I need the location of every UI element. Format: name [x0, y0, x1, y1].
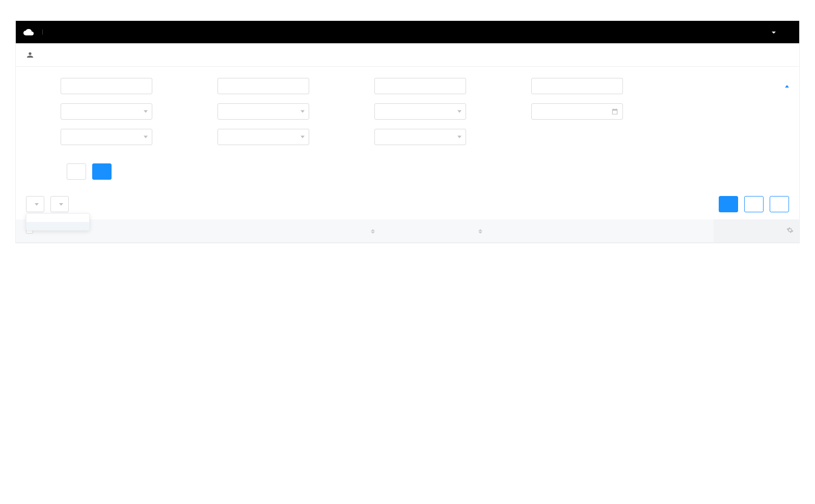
user-menu[interactable]: [770, 29, 776, 36]
col-last-spend[interactable]: [364, 219, 471, 243]
filter-form: [16, 67, 799, 185]
reset-button[interactable]: [67, 163, 86, 180]
caret-down-icon: [772, 32, 776, 34]
student-icon: [26, 51, 34, 59]
table-toolbar: [16, 185, 799, 219]
student-table: [16, 219, 799, 243]
col-acct-status: [646, 219, 714, 243]
collapse-toggle[interactable]: [783, 85, 789, 88]
agency-select[interactable]: [374, 103, 466, 120]
import-button[interactable]: [744, 196, 764, 212]
col-idno: [229, 219, 296, 243]
chevron-down-icon: [35, 203, 39, 206]
chevron-down-icon: [301, 136, 305, 138]
branch-select[interactable]: [218, 103, 309, 120]
brand-subtitle: [42, 30, 46, 35]
batch-disable-item[interactable]: [26, 214, 89, 222]
region-select[interactable]: [374, 129, 466, 145]
chevron-up-icon: [785, 85, 789, 88]
subnav: [16, 43, 799, 67]
name-input[interactable]: [218, 78, 309, 94]
chevron-down-icon: [144, 110, 148, 113]
chevron-down-icon: [59, 203, 63, 206]
calendar-icon: [611, 108, 618, 115]
source-select[interactable]: [61, 129, 152, 145]
chevron-down-icon: [144, 136, 148, 138]
add-student-button[interactable]: [719, 196, 738, 212]
chevron-down-icon: [457, 110, 461, 113]
col-created[interactable]: [471, 219, 579, 243]
col-user: [94, 219, 161, 243]
brand: [16, 21, 53, 43]
username-input[interactable]: [374, 78, 466, 94]
col-branch-agency: [296, 219, 363, 243]
sort-icon: [478, 229, 482, 234]
cloud-logo-icon: [23, 26, 34, 38]
batch-enable-item[interactable]: [26, 222, 89, 230]
sort-icon: [371, 229, 375, 234]
page-title: [20, 51, 112, 59]
batch-toggle-menu: [26, 213, 90, 231]
col-action: [714, 219, 781, 243]
acct-status-select[interactable]: [218, 129, 309, 145]
batch-ops-dropdown[interactable]: [50, 196, 69, 212]
col-source: [579, 219, 646, 243]
col-reg: [161, 219, 229, 243]
gear-icon[interactable]: [786, 227, 794, 234]
phone-input[interactable]: [61, 78, 152, 94]
created-date-range[interactable]: [531, 103, 623, 120]
topnav: [16, 21, 799, 43]
reg-status-select[interactable]: [61, 103, 152, 120]
chevron-down-icon: [301, 110, 305, 113]
search-button[interactable]: [92, 163, 112, 180]
export-button[interactable]: [770, 196, 789, 212]
batch-toggle-dropdown[interactable]: [26, 196, 44, 212]
idno-input[interactable]: [531, 78, 623, 94]
chevron-down-icon: [457, 136, 461, 138]
